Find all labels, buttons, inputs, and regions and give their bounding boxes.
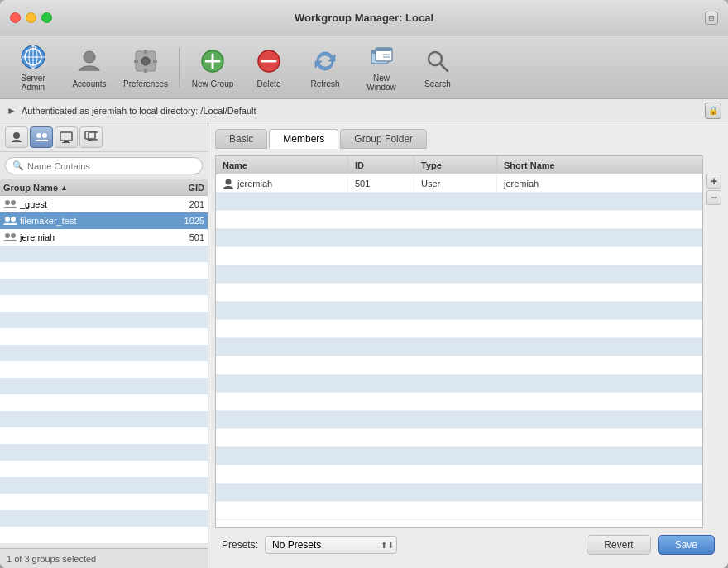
member-name-cell: jeremiah: [216, 174, 348, 192]
group-row-empty: [0, 411, 208, 427]
member-row[interactable]: jeremiah 501 User jeremiah: [216, 174, 702, 193]
svg-rect-8: [144, 50, 147, 54]
preferences-icon: [131, 46, 160, 76]
tab-basic[interactable]: Basic: [215, 129, 267, 149]
window-zoom-control[interactable]: ⊟: [705, 12, 718, 25]
group-row-empty: [0, 427, 208, 444]
server-admin-icon: [18, 44, 48, 70]
detail-row-empty: [216, 211, 702, 229]
gid-header[interactable]: GID: [171, 183, 204, 193]
group-item-gid: 501: [171, 232, 204, 242]
toolbar-preferences[interactable]: Preferences: [119, 41, 172, 94]
col-header-id[interactable]: ID: [348, 156, 414, 174]
svg-point-37: [11, 217, 16, 222]
sidebar-computer-lists-btn[interactable]: [79, 126, 103, 148]
svg-point-38: [5, 233, 10, 238]
svg-rect-10: [134, 60, 138, 63]
window-title: Workgroup Manager: Local: [295, 12, 433, 24]
close-button[interactable]: [10, 12, 21, 23]
search-box[interactable]: 🔍: [5, 157, 203, 174]
maximize-button[interactable]: [41, 12, 52, 23]
toolbar-delete[interactable]: Delete: [242, 41, 295, 94]
detail-row-empty: [216, 284, 702, 302]
toolbar-new-window[interactable]: New Window: [355, 41, 408, 94]
delete-label: Delete: [257, 79, 281, 88]
group-item-icon: [3, 198, 17, 210]
svg-point-26: [36, 133, 41, 138]
group-row-empty: [0, 345, 208, 361]
toolbar-refresh[interactable]: Refresh: [299, 41, 352, 94]
new-window-label: New Window: [358, 74, 405, 92]
presets-select[interactable]: No Presets: [265, 536, 397, 554]
svg-rect-28: [60, 132, 72, 141]
group-row-empty: [0, 477, 208, 494]
group-row[interactable]: filemaker_test 1025: [0, 212, 208, 229]
tab-members[interactable]: Members: [269, 129, 338, 149]
tabs-bar: Basic Members Group Folder: [215, 129, 721, 149]
toolbar-accounts[interactable]: Accounts: [63, 41, 116, 94]
group-item-icon: [3, 231, 17, 243]
toolbar-search[interactable]: Search: [411, 41, 464, 94]
remove-member-button[interactable]: −: [706, 190, 721, 205]
sidebar-status-text: 1 of 3 groups selected: [7, 554, 96, 564]
table-area: Name ID Type Short Name: [215, 155, 721, 528]
search-input[interactable]: [27, 161, 195, 171]
lock-icon[interactable]: 🔒: [705, 103, 721, 119]
group-row-empty: [0, 328, 208, 345]
member-type-cell: User: [414, 174, 497, 192]
group-row-empty: [0, 378, 208, 394]
add-member-button[interactable]: +: [706, 174, 721, 189]
sidebar-toolbar: [0, 122, 208, 152]
member-id-cell: 501: [348, 174, 414, 192]
group-row-empty: [0, 312, 208, 328]
sort-asc-icon: ▲: [60, 184, 68, 192]
detail-table: Name ID Type Short Name: [215, 155, 703, 528]
save-button[interactable]: Save: [658, 535, 715, 555]
detail-table-header: Name ID Type Short Name: [216, 156, 702, 174]
detail-row-empty: [216, 447, 702, 465]
sidebar-users-btn[interactable]: [5, 126, 28, 148]
refresh-label: Refresh: [310, 79, 339, 88]
sidebar-groups-btn[interactable]: [30, 126, 53, 148]
toolbar-separator-1: [179, 48, 180, 88]
svg-point-25: [13, 132, 20, 139]
col-header-type[interactable]: Type: [414, 156, 497, 174]
toolbar: Server Admin Accounts: [0, 36, 728, 99]
group-row-empty: [0, 246, 208, 262]
group-item-gid: 201: [171, 199, 204, 209]
tab-group-folder[interactable]: Group Folder: [340, 129, 427, 149]
main-window: Workgroup Manager: Local ⊟ Server Admin: [0, 0, 728, 568]
refresh-icon: [310, 46, 340, 76]
svg-rect-29: [64, 141, 69, 142]
group-row-empty: [0, 461, 208, 477]
new-group-icon: [198, 46, 228, 76]
detail-row-empty: [216, 320, 702, 338]
svg-point-5: [84, 51, 95, 63]
new-group-label: New Group: [192, 79, 234, 88]
title-bar: Workgroup Manager: Local ⊟: [0, 0, 728, 36]
delete-icon: [254, 46, 284, 76]
toolbar-new-group[interactable]: New Group: [186, 41, 239, 94]
svg-line-24: [440, 64, 448, 71]
group-row[interactable]: _guest 201: [0, 196, 208, 212]
auth-arrow-icon: ►: [7, 105, 17, 117]
group-row[interactable]: jeremiah 501: [0, 229, 208, 246]
group-name-header[interactable]: Group Name ▲: [3, 183, 171, 193]
group-row-empty: [0, 510, 208, 527]
sidebar-status: 1 of 3 groups selected: [0, 548, 208, 568]
toolbar-server-admin[interactable]: Server Admin: [7, 41, 60, 94]
col-header-name[interactable]: Name: [216, 156, 348, 174]
group-item-name: jeremiah: [20, 232, 171, 242]
search-icon: [423, 46, 453, 76]
svg-rect-20: [376, 48, 392, 51]
revert-button[interactable]: Revert: [587, 535, 650, 555]
col-header-short-name[interactable]: Short Name: [497, 156, 702, 174]
traffic-lights: [10, 12, 52, 23]
detail-row-empty: [216, 265, 702, 284]
svg-point-35: [11, 200, 16, 205]
minimize-button[interactable]: [26, 12, 36, 23]
table-side-controls: + −: [706, 174, 721, 205]
svg-point-36: [5, 217, 10, 222]
detail-row-empty: [216, 302, 702, 320]
sidebar-computers-btn[interactable]: [55, 126, 78, 148]
